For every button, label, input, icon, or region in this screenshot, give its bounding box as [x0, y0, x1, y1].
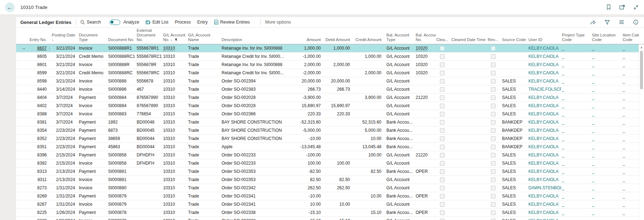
icat-empty-value[interactable]: _ — [623, 210, 625, 215]
user-id-link[interactable]: KELBY.CAIOLA — [528, 128, 559, 133]
cleared-checkbox[interactable] — [440, 161, 445, 166]
entry-no-link[interactable]: 8607 — [37, 46, 47, 51]
user-id-link[interactable]: DAWN.STENBOL — [528, 185, 561, 190]
icat-empty-value[interactable]: _ — [623, 202, 625, 207]
column-header-gl_no[interactable]: G/L AccountNo. ↓ — [162, 28, 187, 44]
ptype-empty-value[interactable]: _ — [562, 111, 564, 116]
column-header-source[interactable]: Source Code — [501, 28, 528, 44]
icat-empty-value[interactable]: _ — [623, 161, 625, 166]
icat-empty-value[interactable]: _ — [623, 128, 625, 133]
icat-empty-value[interactable]: _ — [623, 87, 625, 92]
cleared-checkbox[interactable] — [440, 194, 445, 199]
icat-empty-value[interactable]: _ — [623, 144, 625, 149]
entry-no-link[interactable]: 8599 — [37, 70, 47, 75]
entry-no-link[interactable]: 8223 — [37, 218, 47, 220]
entry-no-link[interactable]: 8392 — [37, 161, 47, 166]
ptype-empty-value[interactable]: _ — [562, 177, 564, 182]
sloc-empty-value[interactable]: _ — [592, 210, 594, 215]
table-row[interactable]: 86053/21/2024Credit MemoSI000888RC155566… — [16, 52, 644, 61]
entry-no-link[interactable]: 8354 — [37, 128, 47, 133]
reversed-checkbox[interactable] — [491, 161, 496, 166]
cleared-checkbox[interactable] — [440, 178, 445, 182]
reversed-checkbox[interactable] — [491, 112, 496, 116]
cleared-checkbox[interactable] — [440, 62, 445, 67]
icat-empty-value[interactable]: _ — [623, 169, 625, 174]
ptype-empty-value[interactable]: _ — [562, 194, 564, 199]
user-id-link[interactable]: KELBY.CAIOLA — [528, 136, 559, 141]
user-id-link[interactable]: KELBY.CAIOLA — [528, 194, 559, 199]
column-header-debit[interactable]: Debit Amount — [325, 28, 354, 44]
table-row[interactable]: 84023/7/2024InvoiceSI0008848765678901031… — [16, 102, 644, 110]
icat-empty-value[interactable]: _ — [623, 103, 625, 108]
reversed-checkbox[interactable] — [491, 95, 496, 100]
table-row[interactable]: 85993/21/2024Credit MemoSI000888RC555667… — [16, 69, 644, 77]
table-row[interactable]: 83132/13/2024PaymentSI00088110310TradeOr… — [16, 168, 644, 176]
table-row[interactable]: 82691/31/2024PaymentSI00087910310TradeOr… — [16, 192, 644, 200]
ptype-empty-value[interactable]: _ — [562, 202, 564, 207]
reversed-checkbox[interactable] — [491, 153, 496, 158]
reversed-checkbox[interactable] — [491, 136, 496, 141]
table-row[interactable]: →8607⋮3/21/2024InvoiceSI000888R15556678R… — [16, 44, 644, 52]
info-icon[interactable] — [633, 19, 639, 25]
cleared-checkbox[interactable] — [440, 54, 445, 59]
cleared-checkbox[interactable] — [440, 136, 445, 141]
sloc-empty-value[interactable]: _ — [592, 136, 594, 141]
column-header-reversed[interactable]: Rev... — [487, 28, 501, 44]
user-id-link[interactable]: KELBY.CAIOLA — [528, 79, 559, 84]
user-id-link[interactable]: KELBY.CAIOLA — [528, 120, 559, 125]
cleared-checkbox[interactable] — [440, 120, 445, 125]
user-id-link[interactable]: KELBY.CAIOLA — [528, 210, 559, 215]
ptype-empty-value[interactable]: _ — [562, 185, 564, 190]
entry-no-link[interactable]: 8311 — [37, 177, 47, 182]
column-header-cleared[interactable]: Clea... — [436, 28, 451, 44]
entry-no-link[interactable]: 8396 — [37, 152, 47, 158]
table-row[interactable]: 82231/26/2024InvoiceSI00087810310TradeOr… — [16, 217, 644, 220]
reversed-checkbox[interactable] — [491, 54, 496, 59]
icat-empty-value[interactable]: _ — [623, 54, 625, 59]
ptype-empty-value[interactable]: _ — [562, 218, 564, 220]
entry-no-link[interactable]: 8351 — [37, 144, 47, 149]
entry-no-link[interactable]: 8440 — [37, 87, 47, 92]
sloc-empty-value[interactable]: _ — [592, 202, 594, 207]
reversed-checkbox[interactable] — [491, 194, 496, 199]
open-in-new-window-icon[interactable] — [619, 4, 625, 10]
sloc-empty-value[interactable]: _ — [592, 54, 594, 59]
column-header-amount[interactable]: Amount — [294, 28, 325, 44]
edit-list-button[interactable]: Edit List — [146, 20, 168, 25]
column-header-description[interactable]: Description — [221, 28, 294, 44]
entry-no-link[interactable]: 8313 — [37, 169, 47, 174]
reversed-checkbox[interactable] — [491, 169, 496, 174]
cleared-checkbox[interactable] — [440, 71, 445, 75]
user-id-link[interactable]: TRACIE.FOLSCR... — [528, 87, 561, 92]
reversed-checkbox[interactable] — [491, 210, 496, 215]
sloc-empty-value[interactable]: _ — [592, 169, 594, 174]
gl_no-value[interactable]: 10310 — [163, 46, 175, 51]
sloc-empty-value[interactable]: _ — [592, 120, 594, 125]
ptype-empty-value[interactable]: _ — [562, 152, 564, 158]
ptype-empty-value[interactable]: _ — [562, 210, 564, 215]
cleared-checkbox[interactable] — [440, 87, 445, 92]
ptype-empty-value[interactable]: _ — [562, 70, 564, 75]
icat-empty-value[interactable]: _ — [623, 111, 625, 116]
column-header-icat[interactable]: Item CategoCode — [622, 28, 639, 44]
filter-icon[interactable] — [604, 19, 610, 25]
sloc-empty-value[interactable]: _ — [592, 79, 594, 84]
table-row[interactable]: 82671/31/2024InvoiceSI00087910310TradeOr… — [16, 200, 644, 209]
sloc-empty-value[interactable]: _ — [592, 144, 594, 149]
more-options-button[interactable]: More options — [265, 20, 291, 25]
table-row[interactable]: 86013/21/2024InvoiceSI000888R5556678R103… — [16, 61, 644, 69]
share-icon[interactable] — [590, 19, 596, 25]
ptype-empty-value[interactable]: _ — [562, 87, 564, 92]
icat-empty-value[interactable]: _ — [623, 152, 625, 158]
user-id-link[interactable]: KELBY.CAIOLA — [528, 169, 559, 174]
user-id-link[interactable]: KELBY.CAIOLA — [528, 202, 559, 207]
column-header-entry_no[interactable]: Entry No. — [30, 28, 51, 44]
cleared-checkbox[interactable] — [440, 104, 445, 108]
entry-no-link[interactable]: 8225 — [37, 210, 47, 215]
table-row[interactable]: 83813/7/2024Payment1892BD0004810310Trade… — [16, 118, 644, 126]
sloc-empty-value[interactable]: _ — [592, 194, 594, 199]
sloc-empty-value[interactable]: _ — [592, 46, 594, 51]
ptype-empty-value[interactable]: _ — [562, 54, 564, 59]
reversed-checkbox[interactable] — [491, 128, 496, 133]
cleared-checkbox[interactable] — [440, 95, 445, 100]
